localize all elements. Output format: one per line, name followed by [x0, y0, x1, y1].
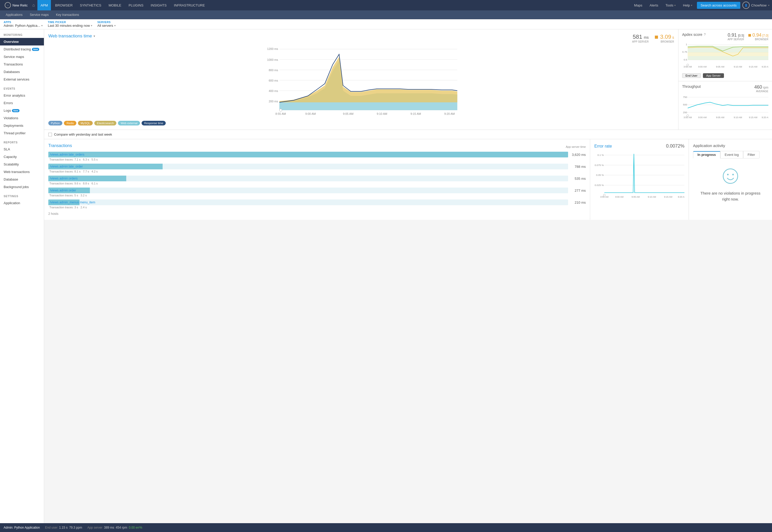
svg-text:200 ms: 200 ms	[269, 100, 278, 103]
sidebar-item-external-services[interactable]: External services	[0, 76, 44, 83]
svg-text:9:15 AM: 9:15 AM	[664, 196, 672, 198]
svg-text:9:10 AM: 9:10 AM	[734, 116, 742, 119]
search-button[interactable]: Search across accounts	[697, 2, 740, 9]
sidebar-item-service-maps[interactable]: Service maps	[0, 53, 44, 61]
maps-button[interactable]: Maps	[631, 3, 645, 7]
svg-text:9:10 AM: 9:10 AM	[734, 65, 742, 68]
nav-mobile[interactable]: MOBILE	[105, 0, 124, 10]
user-avatar: 👤	[742, 2, 750, 9]
sidebar-item-thread-profiler[interactable]: Thread profiler	[0, 129, 44, 137]
nav-browser[interactable]: BROWSER	[52, 0, 76, 10]
apdex-section: Apdex score ? 0.91 [0.5] APP SERVER	[678, 29, 772, 81]
time-picker[interactable]: TIME PICKER Last 30 minutes ending now ▾	[48, 21, 92, 28]
svg-text:9:15 AM: 9:15 AM	[410, 112, 421, 115]
apdex-help-icon[interactable]: ?	[704, 33, 706, 36]
trans-bar[interactable]: /views.admin_menus:menu_item	[48, 199, 568, 205]
app-server-val1: 389 ms	[104, 526, 114, 529]
svg-text:9:00 AM: 9:00 AM	[698, 116, 707, 119]
tab-filter[interactable]: Filter	[743, 151, 760, 158]
apdex-title: Apdex score	[682, 32, 702, 37]
svg-text:9:20 AM: 9:20 AM	[678, 196, 684, 198]
sidebar-item-scalability[interactable]: Scalability	[0, 161, 44, 168]
svg-text:9:00 AM: 9:00 AM	[305, 112, 316, 115]
throughput-title: Throughput	[682, 84, 701, 89]
sidebar-item-violations[interactable]: Violations	[0, 114, 44, 122]
trans-bar[interactable]: /views.admin:order	[48, 188, 568, 193]
app-server-pill[interactable]: App Server	[703, 73, 724, 78]
sidebar-item-background-jobs[interactable]: Background jobs	[0, 183, 44, 191]
smiley-svg	[722, 168, 739, 184]
monitoring-label: MONITORING	[0, 29, 44, 38]
svg-text:9:15 AM: 9:15 AM	[749, 116, 757, 119]
end-user-pill[interactable]: End User	[682, 73, 701, 78]
trans-time: 210 ms	[570, 201, 586, 204]
trans-bar[interactable]: /views.admin:orders	[48, 176, 568, 181]
app-chevron: ▾	[41, 24, 43, 27]
tab-event-log[interactable]: Event log	[720, 151, 743, 158]
sidebar-item-transactions[interactable]: Transactions	[0, 61, 44, 68]
home-button[interactable]: ⌂	[31, 3, 37, 8]
tools-menu[interactable]: Tools ▾	[663, 3, 678, 7]
sidebar-item-capacity[interactable]: Capacity	[0, 153, 44, 161]
logo[interactable]: ○ New Relic	[3, 2, 30, 8]
subnav-applications[interactable]: Applications	[3, 10, 26, 19]
sidebar-item-databases[interactable]: Databases	[0, 68, 44, 76]
sidebar-item-web-transactions[interactable]: Web transactions	[0, 168, 44, 176]
error-rate-val: 0.0072%	[666, 143, 684, 149]
app-selector[interactable]: APPS Admin: Python Applica... ▾	[4, 21, 43, 28]
activity-panel: Application activity In progress Event l…	[689, 139, 772, 220]
legend-python[interactable]: Python	[48, 121, 62, 125]
svg-text:9:20 AM: 9:20 AM	[444, 112, 455, 115]
svg-text:9:00 AM: 9:00 AM	[615, 196, 624, 198]
legend-mysql[interactable]: MySQL	[78, 121, 93, 125]
trans-bar[interactable]: /views.admin:late_orders	[48, 152, 568, 157]
end-user-label: End user	[45, 526, 57, 529]
main-content: Web transactions time ▾ 581 ms APP SERVE…	[44, 29, 772, 532]
tab-in-progress[interactable]: In progress	[693, 151, 720, 158]
sidebar-item-error-analytics[interactable]: Error analytics	[0, 92, 44, 99]
svg-text:9:15 AM: 9:15 AM	[749, 65, 757, 68]
chart-title[interactable]: Web transactions time ▾	[48, 34, 95, 39]
svg-text:0.05 %: 0.05 %	[596, 174, 604, 176]
sidebar-item-deployments[interactable]: Deployments	[0, 122, 44, 129]
user-menu[interactable]: 👤 ChowNow ▾	[742, 2, 769, 9]
sidebar-item-errors[interactable]: Errors	[0, 99, 44, 107]
subnav-service-maps[interactable]: Service maps	[27, 10, 52, 19]
svg-text:9:10 AM: 9:10 AM	[377, 112, 387, 115]
legend-elasticsearch[interactable]: Elasticsearch	[94, 121, 116, 125]
smiley-icon	[698, 168, 763, 187]
nav-plugins[interactable]: PLUGINS	[125, 0, 147, 10]
trans-bar[interactable]: /views.admin:late_order	[48, 164, 568, 169]
legend-response-time[interactable]: Response time	[142, 121, 166, 125]
compare-checkbox[interactable]	[48, 133, 52, 136]
svg-point-13	[279, 109, 282, 111]
logs-new-badge: New	[12, 109, 19, 112]
legend-web-external[interactable]: Web external	[118, 121, 140, 125]
nav-synthetics[interactable]: SYNTHETICS	[77, 0, 104, 10]
nav-infrastructure[interactable]: INFRASTRUCTURE	[171, 0, 208, 10]
sidebar-item-database[interactable]: Database	[0, 176, 44, 183]
svg-point-61	[603, 194, 605, 196]
sidebar-item-overview[interactable]: Overview	[0, 38, 44, 45]
nav-insights[interactable]: INSIGHTS	[148, 0, 170, 10]
svg-text:0.075 %: 0.075 %	[595, 164, 604, 167]
svg-point-62	[723, 169, 738, 183]
sidebar-item-application[interactable]: Application	[0, 199, 44, 207]
help-menu[interactable]: Help ▾	[680, 3, 695, 7]
trans-traces: Transaction traces: 5 s 3.2 s	[48, 194, 586, 197]
end-user-val1: 1.15 s	[59, 526, 68, 529]
compare-row: Compare with yesterday and last week	[44, 130, 772, 139]
svg-point-63	[727, 174, 729, 175]
chart-dropdown-icon: ▾	[94, 34, 95, 38]
sidebar-item-logs[interactable]: Logs New	[0, 107, 44, 114]
time-value: Last 30 minutes ending now ▾	[48, 24, 92, 28]
subnav-key-transactions[interactable]: Key transactions	[53, 10, 82, 19]
nav-apm[interactable]: APM	[37, 0, 51, 10]
table-row: /views.admin_menus:menu_item 210 ms Tran…	[48, 199, 586, 209]
legend-redis[interactable]: Redis	[64, 121, 76, 125]
sidebar-item-sla[interactable]: SLA	[0, 145, 44, 153]
svg-text:9:00 AM: 9:00 AM	[698, 65, 707, 68]
alerts-button[interactable]: Alerts	[647, 3, 661, 7]
servers-picker[interactable]: SERVERS All servers ▾	[97, 21, 116, 28]
sidebar-item-distributed-tracing[interactable]: Distributed tracing New	[0, 45, 44, 53]
